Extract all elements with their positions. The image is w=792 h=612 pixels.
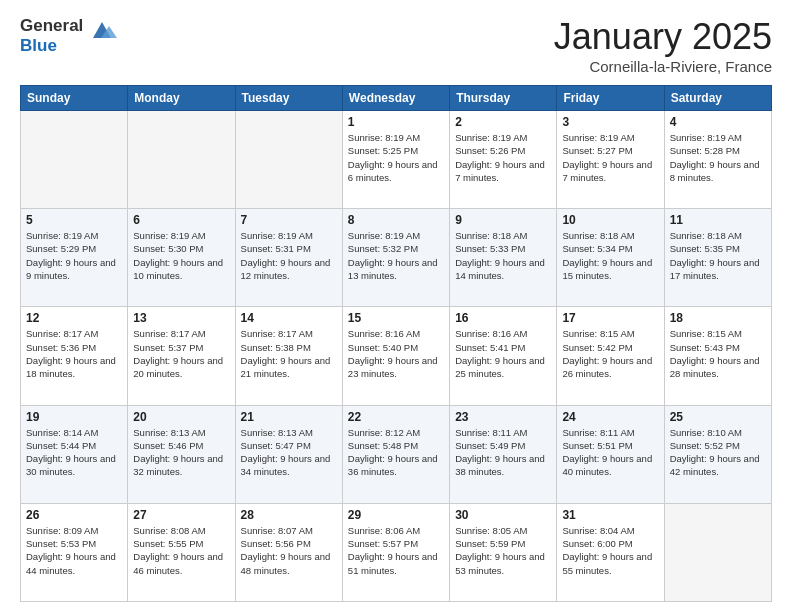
day-info: Sunrise: 8:19 AM Sunset: 5:25 PM Dayligh… — [348, 131, 444, 184]
week-row-1: 1Sunrise: 8:19 AM Sunset: 5:25 PM Daylig… — [21, 111, 772, 209]
day-cell: 19Sunrise: 8:14 AM Sunset: 5:44 PM Dayli… — [21, 405, 128, 503]
logo-icon — [87, 18, 117, 46]
day-number: 20 — [133, 410, 229, 424]
day-info: Sunrise: 8:17 AM Sunset: 5:38 PM Dayligh… — [241, 327, 337, 380]
day-number: 21 — [241, 410, 337, 424]
day-number: 3 — [562, 115, 658, 129]
col-wednesday: Wednesday — [342, 86, 449, 111]
day-info: Sunrise: 8:13 AM Sunset: 5:46 PM Dayligh… — [133, 426, 229, 479]
day-cell: 14Sunrise: 8:17 AM Sunset: 5:38 PM Dayli… — [235, 307, 342, 405]
day-number: 8 — [348, 213, 444, 227]
day-number: 1 — [348, 115, 444, 129]
calendar-subtitle: Corneilla-la-Riviere, France — [554, 58, 772, 75]
day-info: Sunrise: 8:07 AM Sunset: 5:56 PM Dayligh… — [241, 524, 337, 577]
col-tuesday: Tuesday — [235, 86, 342, 111]
day-cell: 30Sunrise: 8:05 AM Sunset: 5:59 PM Dayli… — [450, 503, 557, 601]
day-cell: 24Sunrise: 8:11 AM Sunset: 5:51 PM Dayli… — [557, 405, 664, 503]
day-cell: 5Sunrise: 8:19 AM Sunset: 5:29 PM Daylig… — [21, 209, 128, 307]
day-info: Sunrise: 8:16 AM Sunset: 5:41 PM Dayligh… — [455, 327, 551, 380]
day-number: 29 — [348, 508, 444, 522]
day-cell: 20Sunrise: 8:13 AM Sunset: 5:46 PM Dayli… — [128, 405, 235, 503]
col-thursday: Thursday — [450, 86, 557, 111]
day-number: 26 — [26, 508, 122, 522]
day-info: Sunrise: 8:09 AM Sunset: 5:53 PM Dayligh… — [26, 524, 122, 577]
day-cell — [235, 111, 342, 209]
day-info: Sunrise: 8:12 AM Sunset: 5:48 PM Dayligh… — [348, 426, 444, 479]
day-info: Sunrise: 8:11 AM Sunset: 5:49 PM Dayligh… — [455, 426, 551, 479]
day-cell: 21Sunrise: 8:13 AM Sunset: 5:47 PM Dayli… — [235, 405, 342, 503]
day-number: 19 — [26, 410, 122, 424]
day-number: 31 — [562, 508, 658, 522]
day-number: 28 — [241, 508, 337, 522]
day-cell: 3Sunrise: 8:19 AM Sunset: 5:27 PM Daylig… — [557, 111, 664, 209]
day-info: Sunrise: 8:19 AM Sunset: 5:27 PM Dayligh… — [562, 131, 658, 184]
day-info: Sunrise: 8:13 AM Sunset: 5:47 PM Dayligh… — [241, 426, 337, 479]
day-cell: 23Sunrise: 8:11 AM Sunset: 5:49 PM Dayli… — [450, 405, 557, 503]
day-cell: 2Sunrise: 8:19 AM Sunset: 5:26 PM Daylig… — [450, 111, 557, 209]
header-row: Sunday Monday Tuesday Wednesday Thursday… — [21, 86, 772, 111]
logo-general: General — [20, 16, 83, 35]
day-number: 14 — [241, 311, 337, 325]
logo-blue: Blue — [20, 36, 57, 55]
day-number: 9 — [455, 213, 551, 227]
day-cell: 31Sunrise: 8:04 AM Sunset: 6:00 PM Dayli… — [557, 503, 664, 601]
day-info: Sunrise: 8:18 AM Sunset: 5:34 PM Dayligh… — [562, 229, 658, 282]
day-cell: 17Sunrise: 8:15 AM Sunset: 5:42 PM Dayli… — [557, 307, 664, 405]
day-cell: 12Sunrise: 8:17 AM Sunset: 5:36 PM Dayli… — [21, 307, 128, 405]
day-cell: 18Sunrise: 8:15 AM Sunset: 5:43 PM Dayli… — [664, 307, 771, 405]
day-info: Sunrise: 8:19 AM Sunset: 5:32 PM Dayligh… — [348, 229, 444, 282]
day-number: 11 — [670, 213, 766, 227]
day-info: Sunrise: 8:18 AM Sunset: 5:35 PM Dayligh… — [670, 229, 766, 282]
day-info: Sunrise: 8:19 AM Sunset: 5:29 PM Dayligh… — [26, 229, 122, 282]
day-number: 4 — [670, 115, 766, 129]
day-number: 16 — [455, 311, 551, 325]
title-block: January 2025 Corneilla-la-Riviere, Franc… — [554, 16, 772, 75]
col-friday: Friday — [557, 86, 664, 111]
day-number: 5 — [26, 213, 122, 227]
day-info: Sunrise: 8:15 AM Sunset: 5:43 PM Dayligh… — [670, 327, 766, 380]
day-number: 15 — [348, 311, 444, 325]
day-cell: 11Sunrise: 8:18 AM Sunset: 5:35 PM Dayli… — [664, 209, 771, 307]
day-info: Sunrise: 8:06 AM Sunset: 5:57 PM Dayligh… — [348, 524, 444, 577]
day-info: Sunrise: 8:05 AM Sunset: 5:59 PM Dayligh… — [455, 524, 551, 577]
day-number: 13 — [133, 311, 229, 325]
day-number: 6 — [133, 213, 229, 227]
day-info: Sunrise: 8:17 AM Sunset: 5:36 PM Dayligh… — [26, 327, 122, 380]
day-cell: 10Sunrise: 8:18 AM Sunset: 5:34 PM Dayli… — [557, 209, 664, 307]
day-cell: 4Sunrise: 8:19 AM Sunset: 5:28 PM Daylig… — [664, 111, 771, 209]
day-info: Sunrise: 8:16 AM Sunset: 5:40 PM Dayligh… — [348, 327, 444, 380]
calendar-title: January 2025 — [554, 16, 772, 58]
day-cell: 9Sunrise: 8:18 AM Sunset: 5:33 PM Daylig… — [450, 209, 557, 307]
day-number: 24 — [562, 410, 658, 424]
day-number: 18 — [670, 311, 766, 325]
day-cell: 25Sunrise: 8:10 AM Sunset: 5:52 PM Dayli… — [664, 405, 771, 503]
day-info: Sunrise: 8:19 AM Sunset: 5:28 PM Dayligh… — [670, 131, 766, 184]
day-cell: 29Sunrise: 8:06 AM Sunset: 5:57 PM Dayli… — [342, 503, 449, 601]
day-number: 22 — [348, 410, 444, 424]
day-number: 23 — [455, 410, 551, 424]
week-row-3: 12Sunrise: 8:17 AM Sunset: 5:36 PM Dayli… — [21, 307, 772, 405]
day-info: Sunrise: 8:19 AM Sunset: 5:31 PM Dayligh… — [241, 229, 337, 282]
week-row-2: 5Sunrise: 8:19 AM Sunset: 5:29 PM Daylig… — [21, 209, 772, 307]
col-sunday: Sunday — [21, 86, 128, 111]
day-info: Sunrise: 8:15 AM Sunset: 5:42 PM Dayligh… — [562, 327, 658, 380]
day-info: Sunrise: 8:08 AM Sunset: 5:55 PM Dayligh… — [133, 524, 229, 577]
week-row-4: 19Sunrise: 8:14 AM Sunset: 5:44 PM Dayli… — [21, 405, 772, 503]
logo: General Blue — [20, 16, 117, 55]
day-cell: 28Sunrise: 8:07 AM Sunset: 5:56 PM Dayli… — [235, 503, 342, 601]
day-info: Sunrise: 8:19 AM Sunset: 5:26 PM Dayligh… — [455, 131, 551, 184]
day-number: 25 — [670, 410, 766, 424]
day-info: Sunrise: 8:10 AM Sunset: 5:52 PM Dayligh… — [670, 426, 766, 479]
day-info: Sunrise: 8:18 AM Sunset: 5:33 PM Dayligh… — [455, 229, 551, 282]
day-info: Sunrise: 8:11 AM Sunset: 5:51 PM Dayligh… — [562, 426, 658, 479]
day-cell: 13Sunrise: 8:17 AM Sunset: 5:37 PM Dayli… — [128, 307, 235, 405]
day-cell: 6Sunrise: 8:19 AM Sunset: 5:30 PM Daylig… — [128, 209, 235, 307]
week-row-5: 26Sunrise: 8:09 AM Sunset: 5:53 PM Dayli… — [21, 503, 772, 601]
day-cell: 16Sunrise: 8:16 AM Sunset: 5:41 PM Dayli… — [450, 307, 557, 405]
day-cell: 15Sunrise: 8:16 AM Sunset: 5:40 PM Dayli… — [342, 307, 449, 405]
header: General Blue January 2025 Corneilla-la-R… — [20, 16, 772, 75]
page: General Blue January 2025 Corneilla-la-R… — [0, 0, 792, 612]
day-number: 27 — [133, 508, 229, 522]
day-number: 7 — [241, 213, 337, 227]
col-monday: Monday — [128, 86, 235, 111]
